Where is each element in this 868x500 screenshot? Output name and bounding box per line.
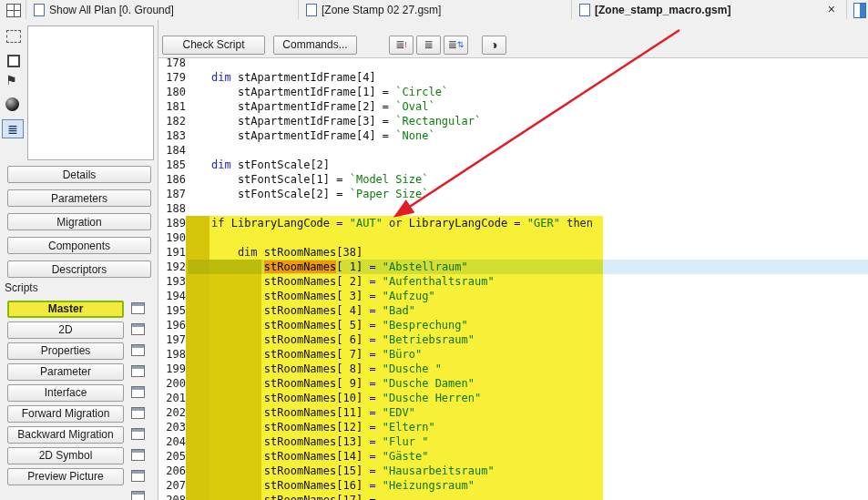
tab-bar: Show All Plan [0. Ground] [Zone Stamp 02… xyxy=(0,0,868,21)
document-icon xyxy=(306,4,317,16)
script-button-interface[interactable]: Interface xyxy=(7,384,124,402)
tab-show-all-plan[interactable]: Show All Plan [0. Ground] xyxy=(26,0,299,19)
open-in-window-icon[interactable] xyxy=(131,386,145,398)
code-text: stRoomNames[ 3] = "Aufzug" xyxy=(188,289,868,303)
code-line-189: 189if LibraryLangCode = "AUT" or Library… xyxy=(158,216,868,230)
script-row-2d-symbol: 2D Symbol xyxy=(7,447,153,468)
symbol-view-icon[interactable] xyxy=(7,55,20,67)
list-report-icon[interactable]: ≣ xyxy=(416,36,441,55)
close-icon[interactable]: × xyxy=(828,2,835,16)
line-number: 191 xyxy=(158,245,188,260)
code-text: stRoomNames[10] = "Dusche Herren" xyxy=(188,391,868,405)
script-row-2d: 2D xyxy=(7,321,153,342)
tab-zone-stamp-macro-active[interactable]: [Zone_stamp_macro.gsm] × xyxy=(572,0,847,19)
script-button-backward-migration[interactable]: Backward Migration xyxy=(7,426,124,444)
scripts-section-label: Scripts xyxy=(5,281,38,294)
code-line-200: 200 stRoomNames[ 9] = "Dusche Damen" xyxy=(158,376,868,391)
panel-button-migration[interactable]: Migration xyxy=(7,213,151,230)
line-number: 199 xyxy=(158,362,188,376)
code-line-180: 180 stApartmentIdFrame[1] = `Circle` xyxy=(158,85,868,99)
open-in-window-icon[interactable] xyxy=(131,428,145,440)
code-line-201: 201 stRoomNames[10] = "Dusche Herren" xyxy=(158,391,868,405)
panel-button-components[interactable]: Components xyxy=(7,237,151,254)
code-text: stRoomNames[ 1] = "Abstellraum" xyxy=(188,260,868,274)
code-line-199: 199 stRoomNames[ 8] = "Dusche " xyxy=(158,362,868,376)
document-icon xyxy=(579,4,590,16)
commands-button[interactable]: Commands... xyxy=(273,36,357,55)
code-line-196: 196 stRoomNames[ 5] = "Besprechung" xyxy=(158,318,868,332)
code-line-185: 185dim stFontScale[2] xyxy=(158,158,868,172)
code-line-182: 182 stApartmentIdFrame[3] = `Rectangular… xyxy=(158,114,868,128)
script-row-parameter: Parameter xyxy=(7,363,153,384)
line-number: 190 xyxy=(158,230,188,245)
line-number: 198 xyxy=(158,347,188,362)
line-number: 203 xyxy=(158,420,188,434)
open-in-window-icon[interactable] xyxy=(131,302,145,314)
check-report-icon[interactable]: ≣! xyxy=(389,36,414,55)
code-text: stRoomNames[ 9] = "Dusche Damen" xyxy=(188,376,868,391)
script-row-preview-picture: Preview Picture xyxy=(7,468,153,489)
line-number: 194 xyxy=(158,289,188,303)
contrast-icon[interactable]: ◑ xyxy=(482,36,506,55)
code-text: stRoomNames[ 2] = "Aufenthaltsraum" xyxy=(188,274,868,289)
line-number: 200 xyxy=(158,376,188,391)
line-number: 206 xyxy=(158,464,188,478)
panel-button-details[interactable]: Details xyxy=(7,166,151,183)
code-text xyxy=(188,143,868,158)
line-number: 187 xyxy=(158,187,188,201)
open-in-window-icon[interactable] xyxy=(131,407,145,419)
check-script-button[interactable]: Check Script xyxy=(162,36,265,55)
script-button-forward-migration[interactable]: Forward Migration xyxy=(7,405,124,423)
script-row-interface: Interface xyxy=(7,384,153,405)
code-text xyxy=(188,58,868,70)
code-line-191: 191 dim stRoomNames[38] xyxy=(158,245,868,260)
code-line-198: 198 stRoomNames[ 7] = "Büro" xyxy=(158,347,868,362)
script-button-2d-symbol[interactable]: 2D Symbol xyxy=(7,447,124,464)
panel-button-descriptors[interactable]: Descriptors xyxy=(7,260,151,278)
script-button-parameter[interactable]: Parameter xyxy=(7,363,124,381)
code-content: 178179dim stApartmentIdFrame[4]180 stApa… xyxy=(158,58,868,500)
open-in-window-icon[interactable] xyxy=(131,344,145,356)
object-editor-sidebar: ⚑ ≣ DetailsParametersMigrationComponents… xyxy=(0,20,158,500)
gdl-script-editor[interactable]: 178179dim stApartmentIdFrame[4]180 stApa… xyxy=(158,58,868,500)
section-view-icon[interactable]: ⚑ xyxy=(5,73,17,87)
3d-view-icon[interactable] xyxy=(5,97,19,111)
code-line-178: 178 xyxy=(158,58,868,70)
code-text: stApartmentIdFrame[3] = `Rectangular` xyxy=(188,114,868,128)
code-text: stRoomNames[ 7] = "Büro" xyxy=(188,347,868,362)
script-button-preview-picture[interactable]: Preview Picture xyxy=(7,468,124,485)
code-line-179: 179dim stApartmentIdFrame[4] xyxy=(158,70,868,85)
grid-icon[interactable] xyxy=(6,4,21,17)
open-in-window-icon[interactable] xyxy=(131,365,145,377)
line-number: 188 xyxy=(158,201,188,216)
code-text: stRoomNames[15] = "Hausarbeitsraum" xyxy=(188,464,868,478)
sort-icon: ⇅ xyxy=(457,40,465,49)
script-button-master[interactable]: Master xyxy=(7,301,124,318)
open-in-window-icon[interactable] xyxy=(131,323,145,335)
code-line-195: 195 stRoomNames[ 4] = "Bad" xyxy=(158,303,868,318)
script-editor-icon[interactable]: ≣ xyxy=(2,119,24,138)
script-row-master: Master xyxy=(7,301,153,321)
code-line-207: 207 stRoomNames[16] = "Heizungsraum" xyxy=(158,478,868,493)
code-text: stRoomNames[13] = "Flur " xyxy=(188,434,868,449)
palette-toggle-icon[interactable] xyxy=(853,3,866,18)
panel-button-group: DetailsParametersMigrationComponentsDesc… xyxy=(7,166,151,284)
line-number: 181 xyxy=(158,99,188,114)
code-text: stRoomNames[14] = "Gäste" xyxy=(188,449,868,464)
code-text: stRoomNames[ 8] = "Dusche " xyxy=(188,362,868,376)
line-number: 182 xyxy=(158,114,188,128)
code-line-205: 205 stRoomNames[14] = "Gäste" xyxy=(158,449,868,464)
code-text: dim stFontScale[2] xyxy=(188,158,868,172)
panel-button-parameters[interactable]: Parameters xyxy=(7,189,151,207)
marquee-icon[interactable] xyxy=(6,30,21,43)
line-number: 205 xyxy=(158,449,188,464)
line-number: 183 xyxy=(158,128,188,143)
line-number: 189 xyxy=(158,216,188,230)
script-button-properties[interactable]: Properties xyxy=(7,342,124,360)
tab-zone-stamp[interactable]: [Zone Stamp 02 27.gsm] xyxy=(299,0,572,19)
open-in-window-icon[interactable] xyxy=(131,449,145,461)
script-button-2d[interactable]: 2D xyxy=(7,321,124,339)
open-in-window-icon[interactable] xyxy=(131,470,145,482)
compare-scripts-icon[interactable]: ≣⇅ xyxy=(444,36,468,55)
open-in-window-icon[interactable] xyxy=(131,491,145,500)
